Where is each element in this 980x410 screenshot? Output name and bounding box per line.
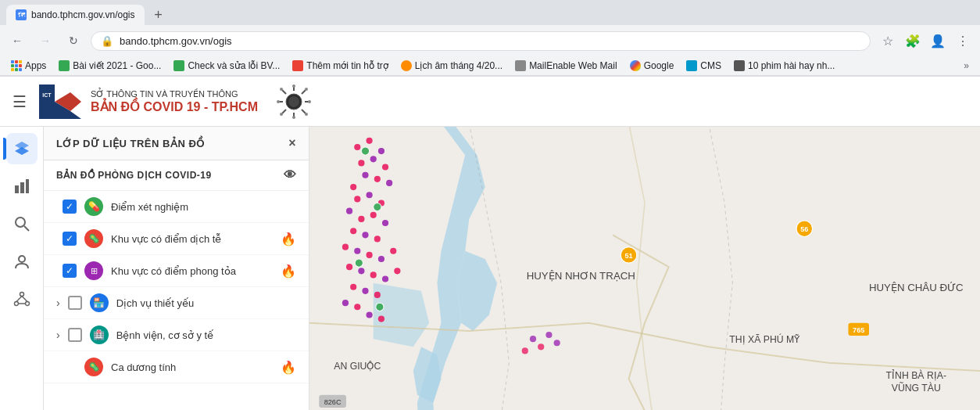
svg-point-11 — [277, 100, 280, 103]
more-bookmarks-button[interactable]: » — [959, 58, 974, 74]
sidebar-chart-button[interactable] — [6, 171, 38, 202]
svg-point-7 — [292, 85, 295, 88]
svg-line-28 — [24, 226, 29, 231]
map-area[interactable]: 51 51 52 56 56 765 44A 55 826C H — [309, 127, 980, 410]
layer-dichte: ✓ 🦠 Khu vực có điểm dịch tễ 🔥 — [44, 223, 309, 255]
svg-point-97 — [374, 292, 381, 298]
bookmark-cms-icon — [686, 60, 697, 71]
bookmark-baiviet[interactable]: Bài viết 2021 - Goo... — [54, 58, 166, 74]
sidebar-network-button[interactable] — [6, 283, 38, 315]
new-tab-button[interactable]: + — [149, 5, 168, 24]
svg-text:HUYỆN NHƠN TRẠCH: HUYỆN NHƠN TRẠCH — [527, 270, 635, 282]
svg-point-109 — [522, 347, 528, 354]
svg-text:HUYỆN CHÂU ĐỨC: HUYỆN CHÂU ĐỨC — [869, 282, 964, 293]
lock-icon: 🔒 — [101, 35, 113, 47]
sidebar-layers-button[interactable] — [6, 133, 38, 164]
fire-icon-caduongtinh[interactable]: 🔥 — [281, 360, 296, 375]
svg-point-82 — [350, 228, 356, 234]
svg-point-100 — [367, 311, 373, 318]
section-header: BẢN ĐỒ PHÒNG DỊCH COVID-19 👁 — [44, 160, 309, 191]
bookmark-google-icon — [630, 60, 641, 71]
browser-tabs: 🗺 bando.tphcm.gov.vn/ogis + — [0, 0, 980, 25]
bookmark-cms[interactable]: CMS — [681, 58, 726, 74]
profile-button[interactable]: 👤 — [927, 30, 949, 52]
map-svg: 51 51 52 56 56 765 44A 55 826C H — [309, 127, 980, 410]
layer-dichvuthietyeu[interactable]: › 🏪 Dịch vụ thiết yếu — [44, 287, 309, 319]
sidebar-user-button[interactable] — [6, 246, 38, 277]
bookmark-licham-label: Lịch âm tháng 4/20... — [415, 60, 503, 71]
back-button[interactable]: ← — [6, 30, 28, 52]
bookmark-phim[interactable]: 10 phim hài hay nh... — [729, 58, 839, 74]
svg-point-86 — [354, 248, 360, 254]
svg-line-16 — [302, 90, 306, 94]
svg-rect-25 — [20, 182, 24, 193]
tab-title: bando.tphcm.gov.vn/ogis — [31, 9, 135, 20]
layer-phongtoa: ✓ ⊞ Khu vực có điểm phong tỏa 🔥 — [44, 255, 309, 287]
bookmark-google[interactable]: Google — [625, 58, 679, 74]
svg-text:TỈNH BÀ RỊA-: TỈNH BÀ RỊA- — [886, 369, 946, 381]
icon-phongtoa: ⊞ — [84, 261, 103, 280]
svg-text:56: 56 — [800, 225, 808, 233]
svg-point-65 — [354, 144, 360, 150]
active-indicator — [3, 138, 6, 160]
bookmark-themmoi[interactable]: Thêm mới tin hỗ trợ — [288, 58, 392, 74]
svg-point-32 — [25, 302, 29, 306]
extensions-button[interactable]: 🧩 — [902, 30, 924, 52]
svg-point-9 — [292, 116, 295, 119]
forward-button[interactable]: → — [34, 30, 56, 52]
svg-point-89 — [390, 248, 396, 254]
svg-line-33 — [16, 297, 22, 302]
svg-point-19 — [280, 113, 283, 116]
active-tab[interactable]: 🗺 bando.tphcm.gov.vn/ogis — [6, 5, 145, 25]
svg-point-102 — [361, 147, 369, 155]
bookmark-mailenalbe[interactable]: MailEnable Web Mail — [510, 58, 622, 74]
hamburger-menu[interactable]: ☰ — [13, 92, 27, 111]
svg-point-103 — [374, 203, 381, 210]
fire-icon-phongtoa[interactable]: 🔥 — [281, 264, 296, 279]
reload-button[interactable]: ↻ — [63, 30, 84, 52]
svg-point-93 — [382, 275, 388, 282]
checkbox-benhvien[interactable] — [68, 328, 82, 342]
svg-text:51: 51 — [624, 252, 632, 260]
checkbox-xetnghiem[interactable]: ✓ — [63, 200, 77, 214]
svg-point-74 — [386, 180, 392, 186]
app-header: ☰ ICT SỞ THÔNG TIN VÀ TRUYỀN THÔNG BẢN Đ… — [0, 77, 980, 127]
bookmark-apps-label: Apps — [25, 60, 46, 71]
bookmark-checksualoi-icon — [173, 60, 184, 71]
apps-grid-icon — [11, 60, 22, 71]
bookmark-licham-icon — [401, 60, 412, 71]
bookmark-cms-label: CMS — [700, 60, 721, 71]
svg-point-81 — [382, 220, 388, 226]
url-display: bando.tphcm.gov.vn/ogis — [120, 35, 232, 47]
panel-header: LỚP DỮ LIỆU TRÊN BẢN ĐỒ × — [44, 127, 309, 160]
panel-close-button[interactable]: × — [288, 136, 296, 150]
sidebar-search-button[interactable] — [6, 208, 38, 239]
checkbox-dichte[interactable]: ✓ — [63, 232, 77, 246]
svg-point-87 — [367, 252, 373, 258]
svg-text:765: 765 — [853, 326, 864, 334]
svg-rect-26 — [26, 179, 29, 193]
covid-icon — [277, 85, 311, 119]
svg-point-13 — [308, 100, 311, 103]
collapse-icon-dichvuthietyeu: › — [56, 297, 60, 309]
svg-point-80 — [370, 212, 377, 218]
svg-point-73 — [350, 184, 356, 190]
fire-icon-dichte[interactable]: 🔥 — [281, 232, 296, 246]
checkbox-dichvuthietyeu[interactable] — [68, 296, 82, 310]
bookmark-apps[interactable]: Apps — [6, 58, 51, 74]
svg-marker-23 — [15, 147, 29, 155]
menu-button[interactable]: ⋮ — [952, 30, 974, 52]
main-content: LỚP DỮ LIỆU TRÊN BẢN ĐỒ × BẢN ĐỒ PHÒNG D… — [0, 127, 980, 410]
eye-icon[interactable]: 👁 — [284, 168, 297, 182]
logo-subtitle: SỞ THÔNG TIN VÀ TRUYỀN THÔNG — [91, 89, 258, 99]
svg-point-94 — [394, 268, 400, 274]
bookmark-checksualoi[interactable]: Check và sửa lỗi BV... — [169, 58, 284, 74]
icon-xetnghiem: 💊 — [84, 197, 103, 216]
address-bar[interactable]: 🔒 bando.tphcm.gov.vn/ogis — [91, 31, 871, 51]
layer-caduongtinh: 🦠 Ca dương tính 🔥 — [44, 351, 309, 383]
bookmark-star-button[interactable]: ☆ — [877, 30, 899, 52]
ict-logo: ICT — [39, 85, 81, 119]
bookmark-licham[interactable]: Lịch âm tháng 4/20... — [396, 58, 507, 74]
checkbox-phongtoa[interactable]: ✓ — [63, 264, 77, 278]
layer-benhvien[interactable]: › 🏥 Bệnh viện, cơ sở y tế — [44, 319, 309, 351]
